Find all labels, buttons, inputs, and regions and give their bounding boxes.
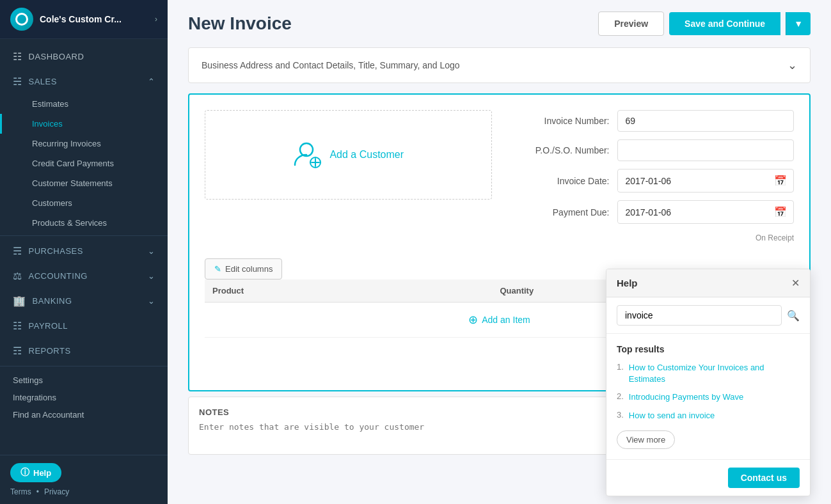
help-panel-footer: Contact us	[606, 459, 810, 496]
sidebar-item-credit-card[interactable]: Credit Card Payments	[0, 154, 168, 173]
on-receipt-text: On Receipt	[507, 232, 795, 243]
sidebar-products-label: Products & Services	[32, 218, 107, 228]
edit-columns-label: Edit columns	[225, 264, 273, 274]
page-title: New Invoice	[188, 13, 292, 34]
sidebar-item-payroll[interactable]: ☷ PAYROLL	[0, 313, 168, 338]
sidebar-footer: ⓘ Help Terms • Privacy	[0, 455, 168, 504]
help-panel-title: Help	[617, 278, 638, 288]
sidebar-statements-label: Customer Statements	[32, 178, 113, 188]
help-search-input[interactable]	[617, 305, 782, 326]
sidebar-item-customer-statements[interactable]: Customer Statements	[0, 173, 168, 193]
payment-due-row: Payment Due: 📅	[507, 200, 795, 224]
sidebar-sales-label: SALES	[29, 77, 57, 86]
sidebar-item-sales[interactable]: ☵ SALES ⌃	[0, 69, 168, 94]
help-result-2[interactable]: 2. Introducing Payments by Wave	[617, 391, 800, 403]
collapsible-title: Business Address and Contact Details, Ti…	[202, 60, 460, 70]
sidebar-item-reports[interactable]: ☶ REPORTS	[0, 338, 168, 363]
sidebar-customers-label: Customers	[32, 198, 72, 208]
sidebar-item-banking[interactable]: 🏢 BANKING ⌄	[0, 288, 168, 313]
add-customer-button[interactable]: Add a Customer	[205, 110, 492, 200]
plus-circle-icon: ⊕	[468, 313, 478, 327]
sidebar-banking-label: BANKING	[33, 296, 72, 306]
invoice-date-label: Invoice Date:	[507, 176, 610, 186]
save-continue-dropdown-button[interactable]: ▼	[786, 12, 811, 35]
help-button-label: Help	[33, 468, 51, 478]
help-result-2-link[interactable]: Introducing Payments by Wave	[629, 391, 743, 403]
sidebar-item-purchases[interactable]: ☴ PURCHASES ⌄	[0, 239, 168, 264]
sales-chevron-icon: ⌃	[148, 77, 155, 86]
sidebar-item-accounting[interactable]: ⚖ ACCOUNTING ⌄	[0, 264, 168, 288]
privacy-link[interactable]: Privacy	[44, 487, 69, 496]
invoice-date-field: 📅	[617, 169, 795, 193]
help-top-results-label: Top results	[617, 344, 800, 354]
sidebar: Cole's Custom Cr... › ☷ DASHBOARD ☵ SALE…	[0, 0, 168, 504]
sidebar-settings-link[interactable]: Settings	[13, 372, 155, 389]
pencil-icon: ✎	[214, 264, 221, 274]
add-customer-icon	[292, 139, 323, 170]
purchases-chevron-icon: ⌄	[148, 246, 155, 256]
footer-links: Terms • Privacy	[10, 487, 157, 496]
sidebar-item-dashboard[interactable]: ☷ DASHBOARD	[0, 44, 168, 69]
company-name: Cole's Custom Cr...	[40, 14, 155, 24]
help-circle-icon: ⓘ	[20, 467, 29, 478]
sidebar-integrations-link[interactable]: Integrations	[13, 389, 155, 406]
collapsible-header[interactable]: Business Address and Contact Details, Ti…	[189, 48, 810, 83]
invoice-date-row: Invoice Date: 📅	[507, 169, 795, 193]
help-result-3-link[interactable]: How to send an invoice	[629, 410, 715, 421]
dashboard-icon: ☷	[13, 51, 22, 63]
preview-button[interactable]: Preview	[598, 12, 664, 36]
invoice-fields: Invoice Number: P.O./S.O. Number: Invoic…	[507, 110, 795, 243]
sidebar-item-customers[interactable]: Customers	[0, 193, 168, 213]
help-result-3-num: 3.	[617, 410, 624, 421]
sidebar-item-recurring-invoices[interactable]: Recurring Invoices	[0, 134, 168, 154]
help-result-1[interactable]: 1. How to Customize Your Invoices and Es…	[617, 362, 800, 385]
sidebar-bottom-links: Settings Integrations Find an Accountant	[0, 369, 168, 429]
invoice-number-label: Invoice Number:	[507, 116, 610, 126]
edit-columns-button[interactable]: ✎ Edit columns	[205, 258, 282, 280]
view-more-button[interactable]: View more	[617, 430, 675, 449]
terms-link[interactable]: Terms	[10, 487, 31, 496]
payment-due-input[interactable]	[618, 202, 768, 223]
po-so-label: P.O./S.O. Number:	[507, 145, 610, 155]
sidebar-item-invoices[interactable]: Invoices	[0, 114, 168, 134]
po-so-input[interactable]	[617, 139, 795, 161]
customer-section: Add a Customer	[205, 110, 492, 243]
save-continue-button[interactable]: Save and Continue	[669, 12, 780, 35]
help-result-1-num: 1.	[617, 362, 624, 385]
accounting-icon: ⚖	[13, 270, 22, 282]
table-header-product: Product	[205, 280, 492, 303]
help-panel-close-button[interactable]: ✕	[791, 277, 800, 289]
help-result-1-link[interactable]: How to Customize Your Invoices and Estim…	[629, 362, 800, 385]
invoice-number-input[interactable]	[617, 110, 795, 132]
sidebar-payroll-label: PAYROLL	[29, 321, 68, 331]
add-item-button[interactable]: ⊕ Add an Item	[468, 313, 530, 327]
add-item-label: Add an Item	[482, 315, 530, 325]
accounting-chevron-icon: ⌄	[148, 271, 155, 281]
add-customer-label: Add a Customer	[329, 149, 404, 161]
payroll-icon: ☷	[13, 320, 22, 332]
payment-due-field: 📅	[617, 200, 795, 224]
banking-chevron-icon: ⌄	[148, 296, 155, 306]
sidebar-item-products-services[interactable]: Products & Services	[0, 213, 168, 233]
invoice-date-input[interactable]	[618, 171, 768, 191]
reports-icon: ☶	[13, 345, 22, 357]
sidebar-find-accountant-link[interactable]: Find an Accountant	[13, 406, 155, 423]
help-panel-header: Help ✕	[606, 269, 810, 297]
collapsible-section: Business Address and Contact Details, Ti…	[188, 47, 811, 83]
footer-dot: •	[36, 487, 39, 496]
contact-us-button[interactable]: Contact us	[728, 468, 800, 488]
banking-icon: 🏢	[13, 295, 26, 307]
help-result-3[interactable]: 3. How to send an invoice	[617, 410, 800, 421]
sidebar-invoices-label: Invoices	[32, 119, 63, 129]
sidebar-accounting-label: ACCOUNTING	[29, 271, 88, 281]
sidebar-purchases-label: PURCHASES	[29, 246, 83, 256]
sidebar-item-estimates[interactable]: Estimates	[0, 94, 168, 114]
calendar-icon[interactable]: 📅	[768, 169, 793, 192]
sidebar-header[interactable]: Cole's Custom Cr... ›	[0, 0, 168, 39]
help-panel: Help ✕ 🔍 Top results 1. How to Customize…	[606, 269, 811, 496]
payment-calendar-icon[interactable]: 📅	[768, 201, 793, 223]
company-logo	[10, 8, 33, 31]
help-search-area: 🔍	[606, 297, 810, 334]
sales-icon: ☵	[13, 75, 22, 88]
help-button[interactable]: ⓘ Help	[10, 463, 61, 482]
